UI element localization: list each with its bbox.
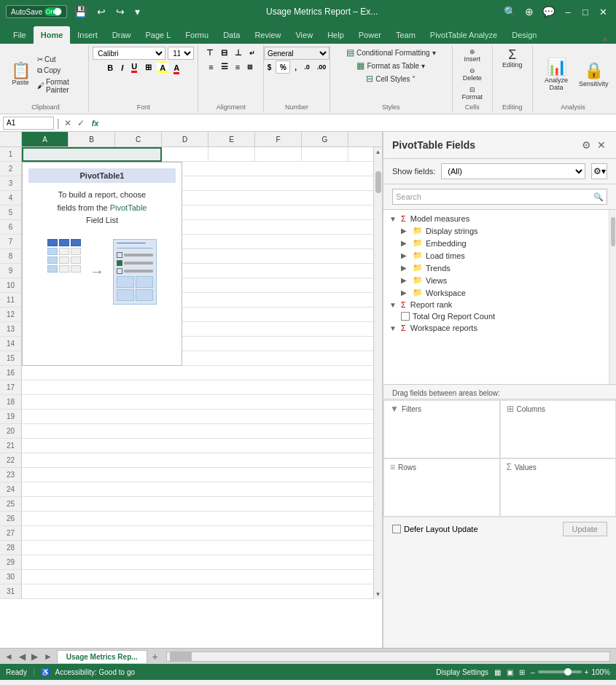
panel-settings-button[interactable]: ⚙ (580, 138, 593, 152)
paste-button[interactable]: 📋 Paste (7, 61, 34, 87)
insert-cells-button[interactable]: ⊕ Insert (459, 47, 486, 64)
underline-button[interactable]: U (128, 60, 140, 74)
autosave-button[interactable]: AutoSave On (6, 5, 67, 18)
col-header-e[interactable]: E (208, 132, 255, 146)
search-box[interactable]: Search 🔍 (392, 189, 607, 205)
zoom-slider[interactable] (538, 670, 582, 673)
cells-area[interactable]: PivotTable1 To build a report, choose fi… (22, 147, 373, 599)
editing-button[interactable]: Σ Editing (499, 47, 526, 70)
view-layout-button[interactable]: ▣ (507, 668, 513, 676)
cell-e1[interactable] (302, 147, 348, 162)
zoom-in-button[interactable]: + (585, 668, 589, 676)
update-button[interactable]: Update (563, 522, 607, 536)
scroll-track[interactable] (374, 157, 382, 590)
align-top-button[interactable]: ⊤ (203, 47, 217, 59)
scroll-up-button[interactable]: ▲ (374, 147, 382, 157)
tab-insert[interactable]: Insert (70, 26, 105, 44)
comma-button[interactable]: , (292, 60, 300, 74)
align-bottom-button[interactable]: ⊥ (232, 47, 245, 59)
accounting-button[interactable]: $ (265, 60, 275, 74)
tab-help[interactable]: Help (320, 26, 351, 44)
comments-icon[interactable]: 💬 (539, 4, 558, 19)
format-painter-button[interactable]: 🖌Format Painter (35, 77, 84, 95)
delete-cells-button[interactable]: ⊖ Delete (459, 66, 486, 83)
cell-c1[interactable] (208, 147, 255, 162)
pivot-desc-link[interactable]: PivotTable (110, 203, 147, 212)
drop-zone-rows[interactable]: ≡ Rows (383, 458, 500, 517)
tab-last-button[interactable]: ► (42, 651, 54, 662)
tab-page-layout[interactable]: Page L (138, 26, 178, 44)
tree-item-trends[interactable]: ▶ 📁 Trends (395, 262, 616, 274)
drop-zone-values[interactable]: Σ Values (500, 458, 617, 517)
formula-cancel-button[interactable]: ✕ (63, 118, 73, 128)
tab-prev-button[interactable]: ◄ (3, 651, 15, 662)
wrap-text-button[interactable]: ↵ (246, 47, 258, 59)
vertical-scrollbar[interactable]: ▲ ▼ (373, 147, 382, 599)
pivot-placeholder[interactable]: PivotTable1 To build a report, choose fi… (22, 162, 182, 366)
quick-access-more[interactable]: ▾ (132, 4, 143, 19)
show-fields-select[interactable]: (All) (441, 163, 585, 179)
panel-close-button[interactable]: ✕ (596, 138, 607, 152)
cell-a1[interactable] (22, 147, 162, 162)
merge-button[interactable]: ⊞ (244, 60, 256, 73)
tab-design[interactable]: Design (504, 26, 544, 44)
sheet-tab-usage-metrics[interactable]: Usage Metrics Rep... (57, 650, 147, 663)
align-middle-button[interactable]: ⊟ (218, 47, 230, 59)
col-header-g[interactable]: G (302, 132, 348, 146)
tab-power[interactable]: Power (351, 26, 389, 44)
border-button[interactable]: ⊞ (142, 61, 155, 74)
tree-item-views[interactable]: ▶ 📁 Views (395, 274, 616, 286)
fields-tree[interactable]: ▼ Σ Model measures ▶ 📁 Display strings ▶… (383, 210, 616, 385)
ribbon-collapse-button[interactable]: ▲ (600, 33, 610, 44)
format-as-table-button[interactable]: ▦ Format as Table ▾ (354, 60, 428, 71)
tab-prev2-button[interactable]: ◀ (17, 651, 27, 662)
fill-color-button[interactable]: A (157, 62, 168, 74)
zoom-level[interactable]: 100% (591, 668, 610, 676)
col-header-b[interactable]: B (69, 132, 115, 146)
col-header-d[interactable]: D (162, 132, 208, 146)
align-right-button[interactable]: ≡ (233, 60, 243, 73)
tree-item-workspace[interactable]: ▶ 📁 Workspace (395, 286, 616, 299)
scroll-thumb[interactable] (375, 171, 381, 193)
tree-item-report-rank[interactable]: ▼ Σ Report rank (383, 299, 616, 310)
cell-styles-button[interactable]: ⊟ Cell Styles ˅ (363, 73, 418, 85)
zoom-control[interactable]: – + 100% (531, 668, 610, 676)
fields-settings-button[interactable]: ⚙▾ (591, 163, 607, 179)
tab-draw[interactable]: Draw (105, 26, 139, 44)
tree-item-total-org-report-count[interactable]: Total Org Report Count (395, 310, 616, 322)
save-icon[interactable]: 💾 (71, 4, 90, 19)
cut-button[interactable]: ✂Cut (35, 55, 84, 64)
accessibility-status[interactable]: Accessibility: Good to go (55, 668, 136, 676)
autosave-toggle[interactable]: On (44, 7, 62, 16)
defer-checkbox-area[interactable]: Defer Layout Update (392, 525, 478, 533)
font-size-select[interactable]: 11 (168, 47, 194, 60)
share-icon[interactable]: ⊕ (522, 4, 537, 19)
view-pagebreak-button[interactable]: ⊞ (519, 668, 525, 676)
tab-next-button[interactable]: ▶ (30, 651, 39, 662)
col-header-f[interactable]: F (255, 132, 302, 146)
tree-item-workspace-reports[interactable]: ▼ Σ Workspace reports (383, 322, 616, 334)
percent-button[interactable]: % (276, 60, 290, 74)
cell-d1[interactable] (255, 147, 302, 162)
maximize-button[interactable]: □ (578, 4, 593, 19)
cell-b1[interactable] (162, 147, 208, 162)
align-center-button[interactable]: ☰ (218, 60, 231, 73)
analyze-data-button[interactable]: 📊 Analyze Data (537, 56, 576, 93)
drop-zone-filters[interactable]: ▼ Filters (383, 400, 500, 458)
insert-function-button[interactable]: fx (89, 119, 102, 128)
view-normal-button[interactable]: ▦ (494, 668, 501, 676)
tab-file[interactable]: File (6, 26, 34, 44)
tree-item-display-strings[interactable]: ▶ 📁 Display strings (395, 224, 616, 237)
format-cells-button[interactable]: ⊟ Format (459, 85, 486, 102)
formula-confirm-button[interactable]: ✓ (76, 118, 86, 128)
name-box[interactable]: A1 (3, 117, 54, 130)
zoom-thumb[interactable] (564, 668, 572, 676)
h-scroll-thumb[interactable] (170, 652, 192, 661)
font-family-select[interactable]: Calibri (93, 47, 165, 60)
tab-formulas[interactable]: Formu (178, 26, 216, 44)
zoom-out-button[interactable]: – (531, 668, 535, 676)
redo-icon[interactable]: ↪ (113, 4, 128, 19)
bold-button[interactable]: B (104, 62, 116, 74)
increase-decimal-button[interactable]: .0 (301, 60, 313, 74)
formula-input[interactable] (104, 119, 613, 128)
